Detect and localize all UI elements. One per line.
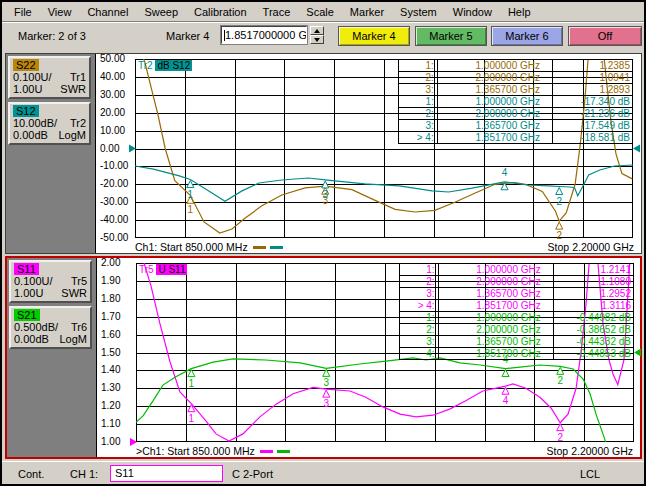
marker-id-cell: 1:	[400, 264, 439, 276]
menu-item-marker[interactable]: Marker	[342, 3, 392, 21]
y-axis-tick-label: 1.30	[101, 382, 120, 394]
menu-item-file[interactable]: File	[6, 3, 40, 21]
marker-value-cell: -0.44332 dB	[553, 336, 633, 348]
menu-item-help[interactable]: Help	[500, 3, 539, 21]
menu-item-trace[interactable]: Trace	[255, 3, 299, 21]
marker-id-cell: 2:	[399, 72, 438, 84]
y-axis-tick-label: 30.00	[100, 89, 125, 101]
y-axis-tick-label: -30.00	[100, 196, 128, 208]
graph-panel-bottom: 2.001.901.801.701.601.501.401.301.201.10…	[98, 258, 640, 457]
frequency-stepper[interactable]	[310, 26, 324, 44]
marker4-frequency-input[interactable]: 1.8517000000 GHz	[221, 26, 307, 44]
marker-value-cell: 1.1080	[553, 276, 633, 288]
trace-param-text: SWR	[60, 83, 86, 95]
menu-bar: FileViewChannelSweepCalibrationTraceScal…	[2, 2, 644, 22]
menu-item-system[interactable]: System	[392, 3, 445, 21]
marker-readout-table-bottom: 1:1.000000 GHz1.21412:2.000000 GHz1.1080…	[399, 263, 634, 360]
marker-frequency-cell: 1.000000 GHz	[438, 312, 553, 324]
reference-level-arrow-left-icon	[129, 145, 136, 153]
arrow-down-icon	[314, 38, 320, 42]
marker-value-cell: -21.236 dB	[553, 108, 633, 120]
trace1-color-dash	[253, 246, 266, 249]
y-axis-tick-label: -10.00	[100, 160, 128, 172]
marker-frequency-cell: 1.851700 GHz	[437, 132, 552, 144]
marker-2-number: 2	[557, 432, 563, 443]
marker-frequency-cell: 1.365700 GHz	[437, 84, 552, 96]
marker-value-cell: -18.581 dB	[553, 132, 633, 144]
marker-readout-row: 3:1.365700 GHz-17.549 dB	[399, 120, 633, 132]
vna-application-window: FileViewChannelSweepCalibrationTraceScal…	[0, 0, 646, 486]
marker-readout-row: > 4:1.851700 GHz-18.581 dB	[399, 132, 633, 144]
stepper-up-button[interactable]	[310, 26, 324, 35]
marker-readout-row: 2:2.000000 GHz-0.38652 dB	[400, 324, 634, 336]
trace5-color-dash	[260, 450, 273, 453]
marker-status-text: Marker: 2 of 3	[18, 30, 86, 42]
y-axis-tick-label: 1.80	[101, 293, 120, 305]
marker-5-button[interactable]: Marker 5	[415, 26, 487, 46]
marker-id-cell: 1:	[399, 60, 438, 72]
marker-frequency-cell: 2.000000 GHz	[438, 324, 553, 336]
trace-param-text: 10.00dB/	[13, 117, 57, 129]
menu-item-view[interactable]: View	[40, 3, 80, 21]
trace-param-text: LogM	[59, 333, 87, 345]
graph-panel-top: 50.0040.0030.0020.0010.000.00-10.00-20.0…	[97, 54, 641, 253]
trace-parameter-box-s22[interactable]: S220.100U/Tr11.00USWR	[8, 56, 91, 99]
marker-frequency-cell: 1.851700 GHz	[438, 300, 553, 312]
marker-id-cell: 2:	[399, 108, 438, 120]
menu-item-scale[interactable]: Scale	[298, 3, 342, 21]
trace-param-text: 0.100U/	[13, 71, 52, 83]
channel-label: CH 1:	[70, 468, 98, 480]
marker-readout-row: 3:1.365700 GHz1.2893	[399, 84, 633, 96]
y-axis-tick-label: 1.10	[101, 418, 120, 430]
marker-4-button[interactable]: Marker 4	[338, 26, 410, 46]
y-axis-tick-label: -20.00	[100, 178, 128, 190]
marker-2-number: 2	[556, 230, 562, 241]
measurement-badge: S22	[13, 59, 39, 71]
marker-id-cell: > 4:	[399, 132, 438, 144]
menu-item-sweep[interactable]: Sweep	[136, 3, 186, 21]
off-button[interactable]: Off	[568, 26, 642, 46]
trace-param-text: Tr5	[71, 275, 87, 287]
marker-value-cell: 1.2893	[553, 84, 633, 96]
trace-param-text: 1.00U	[13, 83, 42, 95]
marker-id-cell: 1:	[399, 96, 438, 108]
marker-readout-row: 2:2.000000 GHz1.1080	[400, 276, 634, 288]
trace-title-bottom: Tr5 U S11	[139, 264, 187, 275]
trace-parameter-box-s21[interactable]: S210.500dB/Tr60.00dBLogM	[9, 306, 92, 349]
marker-frequency-cell: 1.365700 GHz	[438, 336, 553, 348]
marker-value-cell: -17.340 dB	[553, 96, 633, 108]
y-axis-tick-label: 2.00	[101, 257, 120, 269]
marker-frequency-cell: 1.851700 GHz	[438, 348, 553, 360]
marker-id-cell: 3:	[399, 120, 438, 132]
marker-2-number: 2	[557, 375, 563, 386]
y-axis-tick-label: 1.90	[101, 275, 120, 287]
marker-value-cell: 1.0941	[553, 72, 633, 84]
marker-id-cell: 3:	[399, 84, 438, 96]
marker-readout-row: 2:2.000000 GHz-21.236 dB	[399, 108, 633, 120]
y-axis-tick-label: 1.50	[101, 347, 120, 359]
marker-3-number: 3	[323, 398, 329, 409]
menu-item-window[interactable]: Window	[445, 3, 500, 21]
trace-param-text: Tr6	[71, 321, 87, 333]
trace-format-badge: U S11	[156, 264, 187, 275]
marker-2-number: 2	[556, 196, 562, 207]
start-frequency-label: Ch1: Start 850.000 MHz	[142, 445, 255, 457]
marker-3-triangle-icon	[323, 390, 330, 397]
y-axis-tick-label: 1.00	[101, 436, 120, 448]
measurement-badge: S12	[13, 105, 39, 117]
marker-id-cell: 4:	[400, 348, 439, 360]
trace-parameter-box-s12[interactable]: S1210.00dB/Tr20.00dBLogM	[8, 102, 91, 145]
marker-readout-row: 3:1.365700 GHz1.2952	[400, 288, 634, 300]
marker-frequency-cell: 2.000000 GHz	[438, 276, 553, 288]
calibration-status: C 2-Port	[232, 468, 273, 480]
marker-6-button[interactable]: Marker 6	[491, 26, 563, 46]
marker-value-cell: 1.2952	[553, 288, 633, 300]
trace-name-label: Tr2	[138, 60, 153, 71]
menu-item-channel[interactable]: Channel	[79, 3, 136, 21]
stepper-down-button[interactable]	[310, 35, 324, 44]
marker-frequency-cell: 1.365700 GHz	[438, 288, 553, 300]
trace-parameter-box-s11[interactable]: S110.100U/Tr51.00USWR	[9, 260, 92, 303]
y-axis-tick-label: 50.00	[100, 53, 125, 65]
marker-readout-row: 3:1.365700 GHz-0.44332 dB	[400, 336, 634, 348]
menu-item-calibration[interactable]: Calibration	[186, 3, 255, 21]
